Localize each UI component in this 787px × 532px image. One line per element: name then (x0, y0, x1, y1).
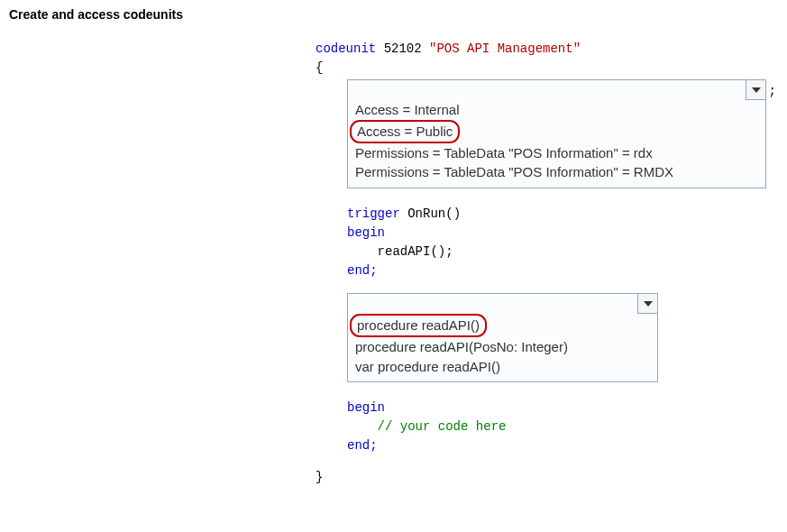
trigger-block: trigger OnRun() begin readAPI(); end; (347, 205, 778, 280)
keyword-codeunit: codeunit (316, 41, 376, 56)
readapi-call: readAPI(); (378, 244, 453, 259)
keyword-end: end; (347, 438, 378, 453)
procedure-body: begin // your code here end; (347, 399, 778, 455)
codeunit-name: "POS API Management" (429, 41, 581, 56)
open-brace: { (316, 59, 778, 78)
dropdown-items: procedure readAPI() procedure readAPI(Po… (348, 310, 657, 381)
procedure-dropdown[interactable]: procedure readAPI() procedure readAPI(Po… (347, 293, 658, 382)
trailing-semicolon: ; (769, 82, 776, 101)
access-dropdown[interactable]: ; Access = Internal Access = Public Perm… (347, 79, 766, 188)
dropdown-item-circled[interactable]: procedure readAPI() (355, 314, 650, 337)
dropdown-item[interactable]: procedure readAPI(PosNo: Integer) (355, 337, 650, 357)
codeunit-declaration: codeunit 52102 "POS API Management" (316, 40, 778, 59)
keyword-trigger: trigger (347, 206, 400, 221)
keyword-begin: begin (347, 400, 385, 415)
chevron-down-icon[interactable] (637, 294, 657, 314)
code-comment: // your code here (378, 419, 507, 434)
dropdown-item[interactable]: Permissions = TableData "POS Information… (355, 143, 758, 163)
dropdown-item-circled[interactable]: Access = Public (355, 120, 758, 143)
keyword-end: end; (347, 263, 378, 278)
dropdown-item[interactable]: Permissions = TableData "POS Information… (355, 162, 758, 182)
codeunit-number: 52102 (384, 41, 422, 56)
svg-marker-1 (644, 301, 653, 307)
dropdown-item[interactable]: var procedure readAPI() (355, 357, 650, 377)
close-brace: } (316, 468, 778, 487)
dropdown-items: Access = Internal Access = Public Permis… (348, 96, 765, 188)
code-area: codeunit 52102 "POS API Management" { ; … (316, 40, 778, 487)
svg-marker-0 (752, 87, 761, 93)
chevron-down-icon[interactable] (746, 80, 765, 100)
dropdown-item[interactable]: Access = Internal (355, 100, 758, 120)
keyword-begin: begin (347, 225, 385, 240)
trigger-name: OnRun() (407, 206, 461, 221)
page-title: Create and access codeunits (9, 7, 778, 22)
